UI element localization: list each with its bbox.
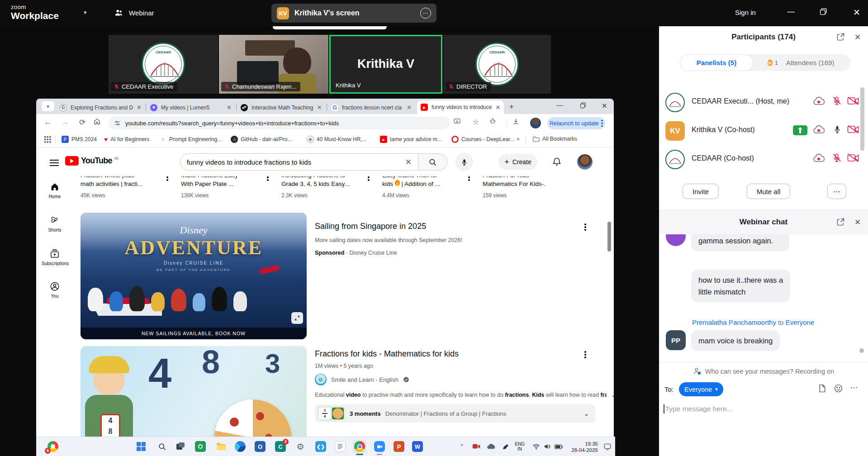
close-tab-icon[interactable]: ✕: [495, 104, 500, 111]
powerpoint-app[interactable]: P: [392, 440, 406, 453]
chat-message[interactable]: mam voice is breaking: [691, 330, 780, 351]
close-window-button[interactable]: ✕: [853, 7, 860, 18]
sidebar-item-home[interactable]: Home: [42, 182, 68, 199]
forward-icon[interactable]: →: [60, 118, 71, 127]
video-tile-cedaar-executive[interactable]: CEDAAR CEDAAR Executive: [109, 35, 218, 94]
start-button[interactable]: [134, 440, 148, 453]
minimize-button[interactable]: —: [787, 7, 795, 16]
sign-in-button[interactable]: Sign in: [735, 9, 756, 16]
sender-name[interactable]: Premalatha Panchamoorthy: [692, 318, 776, 326]
settings-app[interactable]: ⚙: [294, 440, 307, 453]
tab-panelists[interactable]: Panelists (5): [680, 54, 753, 71]
tab-webinar[interactable]: Webinar: [129, 9, 154, 17]
close-tab-icon[interactable]: ✕: [137, 104, 142, 111]
browser-tab-3[interactable]: ☍ Interactive Math Teaching✕: [237, 101, 326, 114]
battery-icon[interactable]: [552, 440, 565, 453]
channel-row[interactable]: ☺ Smile and Learn - English: [315, 374, 409, 385]
clock[interactable]: 19:35 28-04-2025: [565, 441, 598, 453]
edge-browser-app[interactable]: [233, 440, 247, 453]
video-off-icon[interactable]: [847, 96, 859, 105]
search-button[interactable]: [418, 153, 447, 171]
video-off-icon[interactable]: [847, 153, 859, 162]
participants-more-button[interactable]: ⋯: [827, 184, 846, 199]
save-page-icon[interactable]: [453, 118, 464, 125]
participant-row[interactable]: CEDAAR Executi... (Host, me): [659, 92, 868, 114]
reload-icon[interactable]: ⟳: [77, 118, 88, 127]
browser-tab-1[interactable]: G Exploring Fractions and D✕: [56, 101, 145, 114]
search-input[interactable]: funny videos to introduce fractions to k…: [180, 153, 418, 171]
mute-all-button[interactable]: Mute all: [747, 184, 790, 199]
browser-tab-4[interactable]: G fractions lesson ncert cla✕: [327, 101, 415, 114]
notepad-app[interactable]: [333, 440, 347, 453]
close-chat-icon[interactable]: ✕: [854, 218, 861, 227]
bookmark-item[interactable]: PPMS 2024: [62, 136, 97, 143]
address-bar[interactable]: youtube.com/results?search_query=funny+v…: [109, 117, 450, 129]
attach-file-icon[interactable]: [817, 384, 827, 393]
close-participants-icon[interactable]: ✕: [854, 33, 861, 42]
bookmark-item[interactable]: ♥AI for Beginners: [104, 136, 149, 143]
profile-avatar[interactable]: [530, 118, 541, 128]
browser-tab-2[interactable]: ✦ My videos | Lumen5✕: [147, 101, 235, 114]
tray-chevron-up[interactable]: ⌃: [455, 440, 469, 453]
back-icon[interactable]: ←: [43, 118, 53, 127]
video-tile-krithika-active[interactable]: Krithika V Krithika V: [329, 35, 442, 94]
browser-tab-active[interactable]: ▸ funny videos to introduce✕: [417, 100, 504, 114]
recipient-selector[interactable]: Everyone▾: [679, 382, 723, 396]
tab-attendees[interactable]: Attendees (169): [786, 59, 835, 66]
new-tab-button[interactable]: +: [509, 102, 514, 111]
notification-center-icon[interactable]: [601, 440, 614, 453]
chat-privacy-notice[interactable]: Who can see your messages? Recording on: [659, 362, 868, 380]
create-button[interactable]: +Create: [498, 154, 537, 170]
bookmark-item[interactable]: ☃GitHub - dair-ai/Pro...: [231, 136, 292, 143]
expand-icon[interactable]: [291, 312, 303, 324]
recipient-name[interactable]: Everyone: [786, 318, 814, 326]
download-icon[interactable]: [512, 118, 523, 125]
chrome-app-active[interactable]: [353, 440, 366, 453]
restore-button[interactable]: [820, 8, 827, 15]
close-tab-icon[interactable]: ✕: [317, 104, 322, 111]
chat-app[interactable]: C2: [274, 440, 287, 453]
all-bookmarks[interactable]: All Bookmarks: [533, 136, 577, 142]
browser-minimize-icon[interactable]: —: [556, 101, 563, 109]
tray-onedrive-icon[interactable]: [484, 440, 498, 453]
extensions-icon[interactable]: [489, 118, 500, 125]
bookmarks-overflow[interactable]: »: [517, 136, 520, 142]
clear-search-icon[interactable]: ✕: [405, 157, 412, 167]
bookmark-star-icon[interactable]: ☆: [470, 118, 481, 126]
mic-on-icon[interactable]: [833, 124, 842, 134]
browser-restore-icon[interactable]: [580, 102, 586, 109]
browser-menu-icon[interactable]: [601, 120, 603, 127]
file-explorer-app[interactable]: [214, 440, 228, 453]
mic-off-icon[interactable]: [832, 153, 842, 163]
ad-thumbnail[interactable]: Disney ADVENTURE Disney CRUISE LINE BE P…: [81, 213, 307, 339]
mic-off-icon[interactable]: [832, 96, 842, 106]
shared-screen-title-pill[interactable]: KV Krithika V's screen ⋯: [271, 4, 436, 23]
close-tab-icon[interactable]: ✕: [227, 104, 232, 111]
popout-icon[interactable]: [836, 218, 845, 226]
emoji-icon[interactable]: [834, 384, 843, 393]
chat-more-icon[interactable]: ⋯: [850, 383, 858, 392]
hamburger-menu-icon[interactable]: [50, 158, 59, 168]
home-icon[interactable]: [93, 118, 104, 125]
account-avatar[interactable]: [577, 154, 593, 170]
bookmark-item[interactable]: ⁝Prompt Engineering...: [159, 136, 222, 143]
ad-title[interactable]: Sailing from Singapore in 2025: [315, 222, 426, 231]
browser-close-icon[interactable]: ✕: [602, 102, 607, 110]
apps-grid-icon[interactable]: [44, 136, 51, 143]
key-moments-bar[interactable]: 34 3 moments Denominator | Fractions of …: [315, 404, 595, 423]
chevron-down-icon[interactable]: ▾: [84, 9, 87, 16]
taskbar-search-button[interactable]: [155, 440, 169, 453]
participants-scrollbar[interactable]: [860, 87, 864, 151]
voice-search-button[interactable]: [455, 153, 473, 171]
tab-search-chevron[interactable]: ▾: [42, 101, 54, 111]
close-tab-icon[interactable]: ✕: [407, 104, 412, 111]
participant-row[interactable]: CEDAAR (Co-host): [659, 149, 868, 171]
notifications-bell-icon[interactable]: [552, 157, 562, 166]
chat-message[interactable]: ma am please repeat thisgamma session ag…: [691, 234, 789, 251]
video-tile-chamundeswari[interactable]: Chamundeswari Rajen...: [219, 35, 328, 94]
page-scrollbar[interactable]: [607, 147, 612, 437]
youtube-logo[interactable]: YouTube IN: [65, 156, 119, 166]
chat-input[interactable]: Type message here...: [664, 404, 733, 413]
zoom-app[interactable]: [373, 440, 386, 453]
video-title[interactable]: Fractions for kids - Mathematics for kid…: [315, 349, 459, 359]
